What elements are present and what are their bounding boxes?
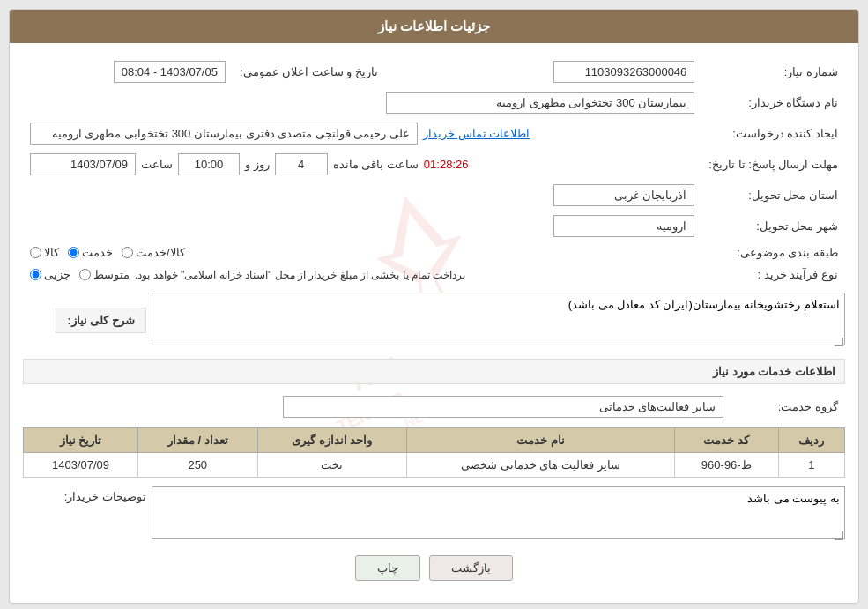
announce-value: 1403/07/05 - 08:04 bbox=[114, 61, 226, 83]
services-table: ردیف کد خدمت نام خدمت واحد اندازه گیری ت… bbox=[23, 427, 845, 478]
remaining-time: 01:28:26 bbox=[424, 158, 469, 171]
service-group-value: سایر فعالیت‌های خدماتی bbox=[283, 396, 723, 418]
service-group-label: گروه خدمت: bbox=[731, 391, 845, 422]
city-label: شهر محل تحویل: bbox=[701, 211, 845, 241]
buyer-org-label: نام دستگاه خریدار: bbox=[701, 87, 845, 118]
time-label: ساعت bbox=[141, 158, 173, 171]
process-jozyi-option[interactable]: جزیی bbox=[30, 268, 70, 281]
category-khadamat-radio[interactable] bbox=[68, 247, 79, 258]
col-header-name: نام خدمت bbox=[406, 428, 674, 453]
col-header-code: کد خدمت bbox=[675, 428, 779, 453]
page-title: جزئیات اطلاعات نیاز bbox=[378, 19, 490, 33]
col-header-qty: تعداد / مقدار bbox=[137, 428, 257, 453]
category-kala-option[interactable]: کالا bbox=[30, 246, 59, 259]
category-kala-khadamat-radio[interactable] bbox=[122, 247, 133, 258]
col-header-unit: واحد اندازه گیری bbox=[257, 428, 406, 453]
city-value: ارومیه bbox=[553, 215, 694, 237]
category-kala-khadamat-option[interactable]: کالا/خدمت bbox=[122, 246, 185, 259]
action-buttons: بازگشت چاپ bbox=[23, 555, 845, 590]
province-label: استان محل تحویل: bbox=[701, 180, 845, 211]
description-section-title: شرح کلی نیاز: bbox=[56, 308, 146, 333]
need-number-label: شماره نیاز: bbox=[701, 56, 845, 87]
category-khadamat-label: خدمت bbox=[82, 246, 113, 259]
category-label: طبقه بندی موضوعی: bbox=[701, 241, 845, 264]
category-kala-khadamat-label: کالا/خدمت bbox=[136, 246, 185, 259]
deadline-days: 4 bbox=[275, 153, 328, 175]
buyer-notes-textarea bbox=[152, 486, 845, 539]
process-jozyi-radio[interactable] bbox=[30, 269, 41, 280]
requester-value: علی رحیمی قولنجی متصدی دفتری بیمارستان 3… bbox=[30, 123, 418, 145]
deadline-date: 1403/07/09 bbox=[30, 153, 136, 175]
category-kala-label: کالا bbox=[44, 246, 59, 259]
announce-label: تاریخ و ساعت اعلان عمومی: bbox=[233, 56, 409, 87]
process-desc: پرداخت تمام یا بخشی از مبلغ خریدار از مح… bbox=[135, 269, 465, 281]
process-jozyi-label: جزیی bbox=[44, 268, 70, 281]
contact-link[interactable]: اطلاعات تماس خریدار bbox=[423, 127, 530, 140]
buyer-notes-label: توضیحات خریدار: bbox=[23, 490, 146, 503]
buyer-org-value: بیمارستان 300 تختخوابی مطهری ارومیه bbox=[386, 92, 694, 114]
process-label: نوع فرآیند خرید : bbox=[701, 264, 845, 286]
services-section-title: اطلاعات خدمات مورد نیاز bbox=[23, 359, 845, 384]
category-khadamat-option[interactable]: خدمت bbox=[68, 246, 113, 259]
back-button[interactable]: بازگشت bbox=[429, 555, 513, 581]
day-label: روز و bbox=[245, 158, 270, 171]
deadline-time: 10:00 bbox=[178, 153, 240, 175]
col-header-row: ردیف bbox=[778, 428, 844, 453]
process-motavasset-radio[interactable] bbox=[79, 269, 91, 280]
process-motavasset-option[interactable]: متوسط bbox=[79, 268, 130, 281]
requester-label: ایجاد کننده درخواست: bbox=[701, 118, 845, 149]
category-kala-radio[interactable] bbox=[30, 247, 41, 258]
print-button[interactable]: چاپ bbox=[355, 555, 420, 581]
description-textarea bbox=[152, 293, 845, 345]
col-header-date: تاریخ نیاز bbox=[24, 428, 138, 453]
deadline-label: مهلت ارسال پاسخ: تا تاریخ: bbox=[701, 149, 845, 180]
process-motavasset-label: متوسط bbox=[93, 268, 130, 281]
table-row: 1ط-96-960سایر فعالیت های خدماتی شخصیتخت2… bbox=[24, 453, 845, 478]
province-value: آذربایجان غربی bbox=[553, 184, 694, 206]
remaining-label: ساعت باقی مانده bbox=[333, 158, 419, 171]
need-number-value: 1103093263000046 bbox=[553, 61, 694, 83]
